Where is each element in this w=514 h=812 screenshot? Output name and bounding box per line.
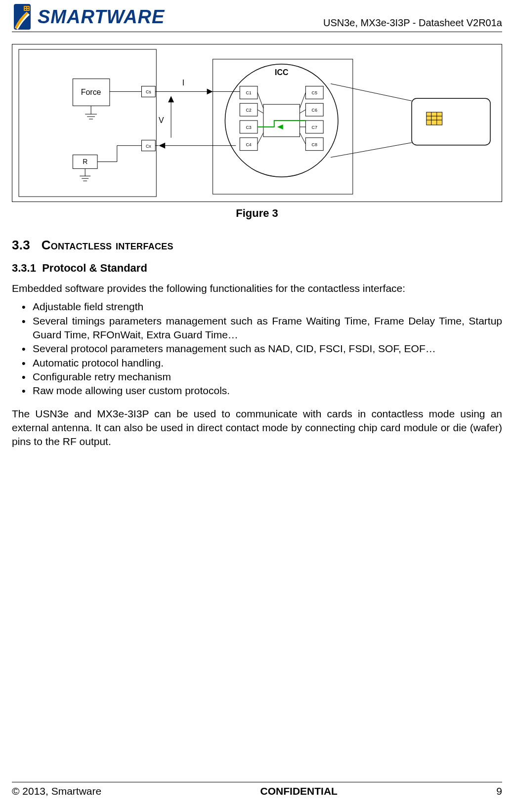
subsection-title: Protocol & Standard xyxy=(42,262,147,274)
brand-wordmark-icon: SMARTWARE xyxy=(38,6,186,27)
svg-text:C6: C6 xyxy=(312,108,317,113)
section-number: 3.3 xyxy=(12,238,30,252)
cs-label: Cs xyxy=(146,89,151,94)
svg-text:C3: C3 xyxy=(246,125,251,130)
svg-rect-1 xyxy=(24,6,30,11)
svg-rect-3 xyxy=(27,7,29,8)
bullet-list: Adjustable field strength Several timing… xyxy=(12,300,502,398)
intro-text: Embedded software provides the following… xyxy=(12,282,502,295)
brand-logo: SMARTWARE xyxy=(12,4,186,30)
svg-rect-5 xyxy=(27,9,29,10)
svg-rect-6 xyxy=(19,49,156,197)
subsection-number: 3.3.1 xyxy=(12,262,36,274)
svg-text:C8: C8 xyxy=(312,142,317,147)
v-label: V xyxy=(159,116,164,124)
svg-rect-4 xyxy=(25,9,26,10)
footer-copyright: © 2013, Smartware xyxy=(12,785,101,797)
svg-rect-62 xyxy=(412,98,490,145)
svg-text:C2: C2 xyxy=(246,108,251,113)
svg-text:C5: C5 xyxy=(312,90,317,95)
section-heading: 3.3 Contactless interfaces xyxy=(12,238,502,253)
svg-marker-24 xyxy=(207,88,213,94)
svg-text:C7: C7 xyxy=(312,125,317,130)
list-item: Automatic protocol handling. xyxy=(33,356,502,370)
footer-confidential: CONFIDENTIAL xyxy=(260,785,338,797)
cx-label: Cx xyxy=(146,144,151,149)
figure-diagram: Force R Cs Cx xyxy=(12,44,502,202)
list-item: Several protocol parameters management s… xyxy=(33,342,502,356)
section-title: Contactless interfaces xyxy=(42,238,173,252)
logo-icon xyxy=(12,4,33,30)
svg-line-61 xyxy=(331,143,412,158)
r-label: R xyxy=(83,158,87,165)
list-item: Several timings parameters management su… xyxy=(33,314,502,342)
list-item: Configurable retry mechanism xyxy=(33,370,502,384)
subsection-heading: 3.3.1 Protocol & Standard xyxy=(12,262,502,275)
page-header: SMARTWARE USN3e, MX3e-3I3P - Datasheet V… xyxy=(12,4,502,32)
footer-page-number: 9 xyxy=(496,785,502,797)
svg-line-60 xyxy=(331,84,412,101)
figure-caption: Figure 3 xyxy=(12,207,502,220)
body-paragraph: The USN3e and MX3e-3I3P can be used to c… xyxy=(12,407,502,449)
icc-label: ICC xyxy=(275,68,289,77)
svg-marker-26 xyxy=(168,96,174,102)
svg-rect-2 xyxy=(25,7,26,8)
svg-marker-28 xyxy=(159,143,165,149)
svg-rect-63 xyxy=(427,112,442,125)
svg-text:C4: C4 xyxy=(246,142,251,147)
i-label: I xyxy=(182,79,184,87)
svg-text:C1: C1 xyxy=(246,90,251,95)
page-footer: © 2013, Smartware CONFIDENTIAL 9 xyxy=(12,782,502,797)
brand-text: SMARTWARE xyxy=(38,6,165,27)
doc-id: USN3e, MX3e-3I3P - Datasheet V2R01a xyxy=(323,17,502,30)
list-item: Raw mode allowing user custom protocols. xyxy=(33,384,502,398)
list-item: Adjustable field strength xyxy=(33,300,502,314)
card-chip-icon xyxy=(427,112,442,125)
force-label: Force xyxy=(81,88,101,96)
